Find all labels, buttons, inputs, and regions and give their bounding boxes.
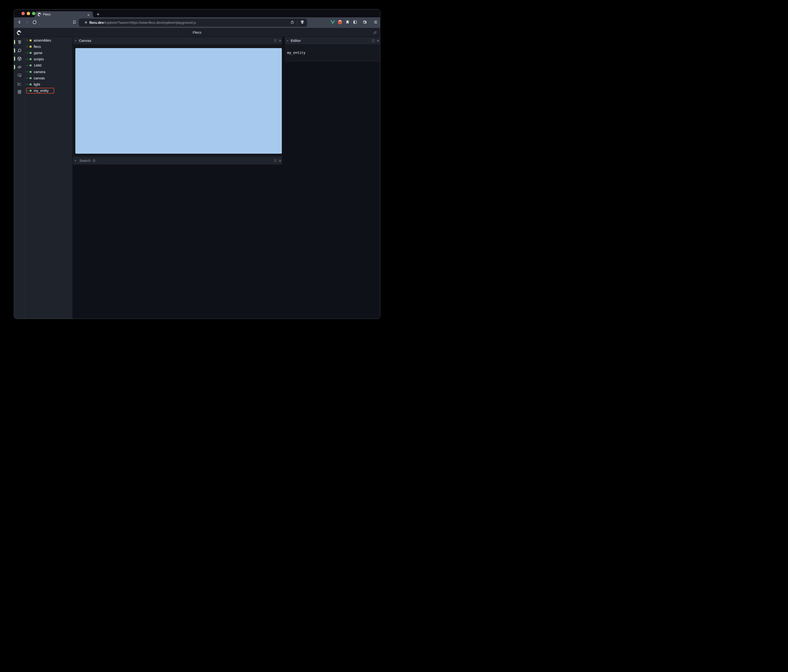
lock-icon xyxy=(84,21,87,25)
app-main: assembliesflecsgamescripts1460cameracanv… xyxy=(14,37,380,319)
tree-item-light[interactable]: light xyxy=(25,81,72,87)
fullscreen-icon[interactable] xyxy=(372,39,375,42)
search-panel-title: Search xyxy=(79,159,91,163)
browser-window: Flecs flecs.dev/explorer/?wasm=https://w… xyxy=(14,9,380,319)
flecs-logo-icon[interactable] xyxy=(17,30,21,35)
traffic-maximize-button[interactable] xyxy=(32,12,35,15)
flecs-explorer-app: Flecs assembliesflecsgamescripts1460came… xyxy=(14,28,380,319)
sidebar-item-tables[interactable] xyxy=(14,88,25,96)
browser-toolbar: flecs.dev/explorer/?wasm=https://www.fle… xyxy=(14,17,380,28)
wallet-icon[interactable] xyxy=(363,20,367,25)
canvas-panel-body xyxy=(73,44,282,156)
traffic-close-button[interactable] xyxy=(21,12,25,15)
entity-square-icon xyxy=(30,71,32,73)
editor-panel-title: Editor xyxy=(291,39,301,43)
search-icon xyxy=(17,48,22,53)
canvas-panel-header[interactable]: Canvas xyxy=(73,37,282,44)
tree-item-assemblies[interactable]: assemblies xyxy=(25,37,72,44)
entity-square-icon xyxy=(30,65,32,67)
chevron-down-icon[interactable] xyxy=(286,40,289,42)
app-title: Flecs xyxy=(14,30,380,34)
tree-item-canvas[interactable]: canvas xyxy=(25,75,72,81)
tab-bar: Flecs xyxy=(14,10,380,17)
panel-dock: Canvas Search xyxy=(72,37,380,319)
cube-icon xyxy=(17,57,22,61)
browser-tab[interactable]: Flecs xyxy=(35,11,93,17)
code-icon xyxy=(17,65,22,69)
dot-icon xyxy=(75,160,76,161)
traffic-minimize-button[interactable] xyxy=(27,12,30,15)
address-bar-divider xyxy=(297,21,297,25)
tree-item-label: scripts xyxy=(34,57,44,61)
tree-item-label: canvas xyxy=(34,76,45,80)
sidebar-item-entities[interactable] xyxy=(14,55,25,63)
expand-chevron-icon[interactable] xyxy=(25,56,29,63)
sidebar-toggle-icon[interactable] xyxy=(353,20,357,25)
table-rows-icon xyxy=(17,90,22,94)
screen-pointer-icon xyxy=(17,73,22,78)
active-panel-indicator xyxy=(14,65,15,69)
entity-square-icon xyxy=(30,58,32,60)
active-panel-indicator xyxy=(14,40,15,44)
editor-panel-body: my_entity xyxy=(285,44,380,61)
expand-chevron-icon[interactable] xyxy=(25,43,29,50)
search-panel: Search xyxy=(73,157,282,165)
back-icon[interactable] xyxy=(17,20,21,25)
tree-item-label: my_entity xyxy=(34,89,49,93)
tree-item-my_entity[interactable]: my_entity xyxy=(25,87,72,94)
tree-item-camera[interactable]: camera xyxy=(25,68,72,75)
tree-item-1460[interactable]: 1460 xyxy=(25,62,72,68)
canvas-panel-title: Canvas xyxy=(79,39,91,43)
close-icon[interactable] xyxy=(377,40,379,42)
tree-item-flecs[interactable]: flecs xyxy=(25,44,72,50)
tree-item-scripts[interactable]: scripts xyxy=(25,56,72,62)
tree-item-label: 1460 xyxy=(34,63,41,67)
sidebar-item-search[interactable] xyxy=(14,46,25,55)
hamburger-menu-icon[interactable] xyxy=(373,20,378,25)
editor-panel: Editor my_entity xyxy=(285,37,380,61)
leaf-dash-icon xyxy=(25,75,29,81)
expand-chevron-icon[interactable] xyxy=(25,49,29,56)
entity-square-icon xyxy=(30,40,32,41)
leaf-dash-icon xyxy=(25,62,29,69)
leaf-dash-icon xyxy=(25,81,29,87)
entity-square-icon xyxy=(30,90,32,92)
app-header: Flecs xyxy=(14,28,380,37)
tab-close-icon[interactable] xyxy=(87,13,90,16)
new-tab-button[interactable] xyxy=(96,13,100,16)
close-icon[interactable] xyxy=(279,40,281,42)
entity-tree-panel: assembliesflecsgamescripts1460cameracanv… xyxy=(25,37,72,319)
chevron-down-icon[interactable] xyxy=(75,40,77,42)
brave-lion-icon[interactable] xyxy=(300,20,305,25)
tree-item-label: light xyxy=(34,82,40,86)
tree-item-label: assemblies xyxy=(34,38,51,42)
hexagon-extension-icon[interactable] xyxy=(338,20,342,25)
vue-devtools-icon[interactable] xyxy=(330,20,335,25)
fullscreen-icon[interactable] xyxy=(274,39,277,42)
entity-square-icon xyxy=(30,46,32,48)
render-canvas[interactable] xyxy=(75,48,282,154)
share-icon[interactable] xyxy=(291,20,294,25)
sidebar-rail xyxy=(14,37,25,319)
fullscreen-icon[interactable] xyxy=(274,159,277,162)
forward-icon[interactable] xyxy=(25,20,29,25)
canvas-panel: Canvas xyxy=(73,37,282,156)
close-icon[interactable] xyxy=(279,160,281,162)
link-icon[interactable] xyxy=(373,31,377,35)
search-panel-header[interactable]: Search xyxy=(73,157,282,165)
url-text: flecs.dev/explorer/?wasm=https://www.fle… xyxy=(89,21,291,25)
editor-panel-header[interactable]: Editor xyxy=(285,37,380,44)
sidebar-item-editor[interactable] xyxy=(14,63,25,71)
sidebar-item-tree[interactable] xyxy=(14,38,25,46)
reload-icon[interactable] xyxy=(32,20,37,25)
tree-item-label: flecs xyxy=(34,45,41,49)
expand-chevron-icon[interactable] xyxy=(25,37,29,44)
tree-item-game[interactable]: game xyxy=(25,50,72,56)
flecs-favicon-icon xyxy=(38,13,41,16)
address-bar[interactable]: flecs.dev/explorer/?wasm=https://www.fle… xyxy=(79,19,307,27)
bookmark-icon[interactable] xyxy=(72,20,76,25)
magnifier-icon xyxy=(92,159,95,162)
sidebar-item-canvas[interactable] xyxy=(14,71,25,79)
sidebar-item-statistics[interactable] xyxy=(14,79,25,88)
puzzle-icon[interactable] xyxy=(345,20,350,25)
